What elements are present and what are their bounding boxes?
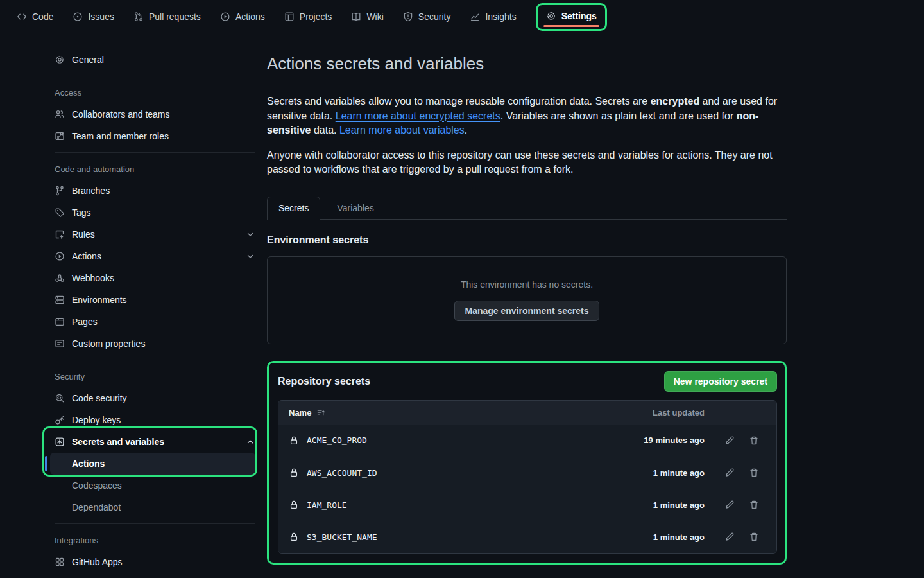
repo-nav: Code Issues Pull requests Actions Projec… (0, 0, 924, 33)
manage-environment-secrets-button[interactable]: Manage environment secrets (454, 301, 600, 321)
environment-empty-text: This environment has no secrets. (461, 279, 593, 290)
pull-request-icon (133, 12, 144, 22)
nav-tab-wiki[interactable]: Wiki (351, 12, 383, 22)
trash-icon (749, 532, 759, 542)
secret-last-updated: 1 minute ago (608, 468, 705, 478)
encrypted-secrets-link[interactable]: Learn more about encrypted secrets (336, 110, 501, 121)
projects-table-icon (284, 12, 295, 22)
nav-tab-label: Wiki (366, 12, 383, 22)
nav-tab-actions[interactable]: Actions (220, 12, 265, 22)
shield-icon (403, 12, 413, 22)
settings-tab-highlight-box: Settings (536, 3, 607, 31)
sidebar-item-label: GitHub Apps (72, 557, 123, 567)
sidebar-item-label: Webhooks (72, 273, 114, 283)
nav-tab-label: Code (32, 12, 53, 22)
sidebar-divider (55, 152, 255, 153)
sidebar-subitem-actions-active[interactable]: Actions (50, 453, 255, 475)
nav-tab-settings-active[interactable]: Settings (546, 11, 597, 21)
nav-tab-label: Actions (235, 12, 265, 22)
environment-secrets-box: This environment has no secrets. Manage … (267, 256, 787, 344)
delete-secret-button[interactable] (742, 435, 766, 446)
sidebar-item-branches[interactable]: Branches (55, 180, 255, 202)
table-row: S3_BUCKET_NAME 1 minute ago (278, 521, 776, 553)
code-icon (17, 12, 27, 22)
nav-tab-projects[interactable]: Projects (284, 12, 332, 22)
new-repository-secret-button[interactable]: New repository secret (664, 371, 777, 392)
secret-last-updated: 19 minutes ago (608, 435, 705, 445)
collaborator-note: Anyone with collaborator access to this … (267, 148, 787, 177)
secret-name: IAM_ROLE (307, 500, 347, 510)
nav-tab-code[interactable]: Code (17, 12, 53, 22)
apps-grid-icon (55, 557, 65, 567)
nav-tab-insights[interactable]: Insights (470, 12, 516, 22)
id-badge-icon (55, 131, 65, 141)
sidebar-item-secrets-and-variables[interactable]: Secrets and variables (55, 431, 255, 453)
sidebar-item-pages[interactable]: Pages (55, 311, 255, 333)
sidebar-item-label: Team and member roles (72, 131, 169, 141)
sidebar-item-label: Rules (72, 229, 95, 240)
sidebar-divider (55, 360, 255, 360)
secrets-variables-highlight-box: Secrets and variables Actions (55, 431, 255, 475)
sidebar-item-label: Pages (72, 317, 98, 327)
nav-tab-pull-requests[interactable]: Pull requests (133, 12, 201, 22)
edit-secret-button[interactable] (717, 468, 742, 478)
sidebar-item-webhooks[interactable]: Webhooks (55, 267, 255, 289)
repository-secrets-highlight-box: Repository secrets New repository secret… (267, 361, 787, 565)
edit-secret-button[interactable] (717, 532, 742, 542)
sidebar-section-access: Access (55, 82, 255, 103)
sidebar-item-email-notifications[interactable]: Email notifications (55, 573, 255, 578)
sidebar-item-environments[interactable]: Environments (55, 289, 255, 311)
sidebar-item-label: Environments (72, 295, 127, 305)
sidebar-divider (55, 523, 255, 524)
chevron-down-icon (245, 229, 255, 240)
sidebar-item-rules[interactable]: Rules (55, 223, 255, 245)
tab-variables[interactable]: Variables (326, 197, 384, 219)
sidebar-item-collaborators[interactable]: Collaborators and teams (55, 103, 255, 125)
sidebar-subitem-codespaces[interactable]: Codespaces (55, 475, 255, 496)
sidebar-item-label: Custom properties (72, 338, 145, 349)
description-text: data. (311, 125, 339, 136)
delete-secret-button[interactable] (742, 500, 766, 510)
note-icon (55, 338, 65, 349)
repository-secrets-heading: Repository secrets (278, 376, 370, 387)
description-bold: encrypted (651, 96, 699, 107)
sidebar-item-tags[interactable]: Tags (55, 202, 255, 223)
sidebar-subitem-dependabot[interactable]: Dependabot (55, 496, 255, 518)
sidebar-item-actions[interactable]: Actions (55, 245, 255, 267)
sidebar-item-label: Dependabot (72, 502, 121, 512)
issue-icon (73, 12, 83, 22)
asterisk-box-icon (55, 437, 65, 447)
sidebar-item-general[interactable]: General (55, 49, 255, 71)
trash-icon (749, 435, 759, 446)
secrets-table-header: Name Last updated (278, 401, 776, 425)
delete-secret-button[interactable] (742, 532, 766, 542)
sidebar-section-integrations: Integrations (55, 529, 255, 551)
chevron-down-icon (245, 251, 255, 261)
edit-secret-button[interactable] (717, 435, 742, 446)
sidebar-item-github-apps[interactable]: GitHub Apps (55, 551, 255, 573)
nav-tab-security[interactable]: Security (403, 12, 451, 22)
delete-secret-button[interactable] (742, 468, 766, 478)
sidebar-item-label: Deploy keys (72, 415, 121, 425)
pencil-icon (724, 500, 735, 510)
lock-icon (289, 435, 299, 446)
edit-secret-button[interactable] (717, 500, 742, 510)
sidebar-item-code-security[interactable]: Code security (55, 387, 255, 409)
nav-tab-label: Projects (300, 12, 332, 22)
column-label: Name (289, 408, 311, 417)
sidebar-item-custom-properties[interactable]: Custom properties (55, 333, 255, 355)
sidebar-item-label: Secrets and variables (72, 437, 164, 447)
pencil-icon (724, 468, 735, 478)
secret-name: S3_BUCKET_NAME (307, 532, 377, 542)
sidebar-item-team-roles[interactable]: Team and member roles (55, 125, 255, 147)
nav-tab-issues[interactable]: Issues (73, 12, 114, 22)
gear-icon (546, 11, 556, 21)
tab-secrets-active[interactable]: Secrets (267, 197, 320, 220)
column-header-name[interactable]: Name (289, 408, 326, 417)
sidebar-section-code-automation: Code and automation (55, 158, 255, 180)
variables-link[interactable]: Learn more about variables (339, 125, 465, 136)
key-icon (55, 415, 65, 425)
branch-icon (55, 186, 65, 196)
sidebar-item-deploy-keys[interactable]: Deploy keys (55, 409, 255, 431)
table-row: ACME_CO_PROD 19 minutes ago (278, 425, 776, 457)
